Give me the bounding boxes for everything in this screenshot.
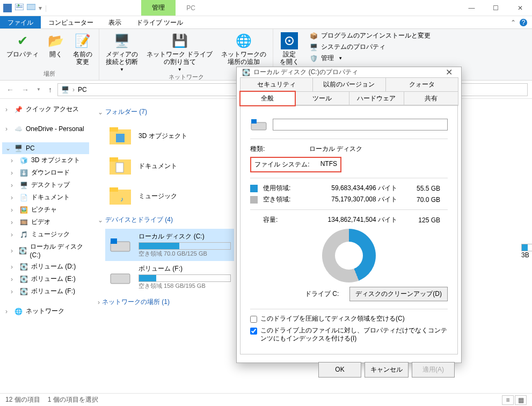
cancel-button[interactable]: キャンセル <box>365 362 409 378</box>
drive-c-tile[interactable]: ローカル ディスク (C:) 空き領域 70.0 GB/125 GB <box>105 229 234 261</box>
index-label: このドライブ上のファイルに対し、プロパティだけでなくコンテンツにもインデックスを… <box>260 327 448 343</box>
title-bar: ▾ | 管理 PC — ☐ ✕ <box>0 0 532 16</box>
sidebar-pc[interactable]: ⌄🖥️PC <box>2 142 89 154</box>
dialog-close-button[interactable]: ✕ <box>442 67 456 77</box>
drive-c-usage-bar <box>139 242 231 250</box>
folder-icon <box>108 124 132 148</box>
ribbon-open[interactable]: 📂開く <box>45 31 67 67</box>
minimize-button[interactable]: — <box>460 0 484 16</box>
svg-point-7 <box>288 40 290 42</box>
sidebar-drive-f[interactable]: ›💽ボリューム (F:) <box>2 285 89 298</box>
tab-hardware[interactable]: ハードウェア <box>349 91 404 106</box>
sidebar-onedrive[interactable]: ›☁️OneDrive - Personal <box>2 123 89 135</box>
sidebar-3d-objects[interactable]: ›🧊3D オブジェクト <box>2 154 89 166</box>
tab-quota[interactable]: クォータ <box>385 77 458 92</box>
free-swatch <box>250 196 258 204</box>
disk-cleanup-button[interactable]: ディスクのクリーンアップ(D) <box>349 287 448 301</box>
sidebar-pictures[interactable]: ›🖼️ピクチャ <box>2 204 89 216</box>
tab-security[interactable]: セキュリティ <box>240 77 313 92</box>
type-value: ローカル ディスク <box>309 144 362 154</box>
tab-drive-tools[interactable]: ドライブ ツール <box>129 16 191 28</box>
qat-drive-icon[interactable] <box>27 4 35 12</box>
breadcrumb-pc[interactable]: PC <box>78 86 87 93</box>
folder-open-icon: 📂 <box>47 32 64 49</box>
sidebar-downloads[interactable]: ›⬇️ダウンロード <box>2 166 89 179</box>
filesystem-value: NTFS <box>320 160 337 169</box>
dialog-titlebar[interactable]: 💽 ローカル ディスク (C:)のプロパティ ✕ <box>237 67 461 77</box>
network-icon: 🌐 <box>14 307 23 316</box>
sidebar-network[interactable]: ›🌐ネットワーク <box>2 305 89 317</box>
window-controls: — ☐ ✕ <box>460 0 532 16</box>
folder-3d-objects[interactable]: 3D オブジェクト <box>105 121 234 151</box>
tab-previous-versions[interactable]: 以前のバージョン <box>312 77 385 92</box>
maximize-button[interactable]: ☐ <box>484 0 508 16</box>
ribbon-tabs: ファイル コンピューター 表示 ドライブ ツール ⌃ ? <box>0 16 532 29</box>
drive-icon <box>108 233 132 257</box>
usage-pie-chart <box>322 229 376 282</box>
apply-button[interactable]: 適用(A) <box>412 362 455 378</box>
sidebar-videos[interactable]: ›🎞️ビデオ <box>2 216 89 228</box>
tab-sharing[interactable]: 共有 <box>404 91 459 106</box>
svg-rect-2 <box>27 4 35 10</box>
tab-tools[interactable]: ツール <box>295 91 350 106</box>
view-tiles-button[interactable]: ▦ <box>515 395 527 405</box>
qat-dropdown[interactable]: ▾ <box>39 4 42 12</box>
svg-rect-0 <box>3 4 12 12</box>
partial-drive-tile: 3B <box>521 243 532 275</box>
checkmark-icon: ✔ <box>14 32 31 49</box>
drive-label-input[interactable] <box>273 119 448 130</box>
sidebar-quick-access[interactable]: ›📌クイック アクセス <box>2 103 89 115</box>
app-icon <box>3 4 12 12</box>
recent-dropdown[interactable]: ▼ <box>34 87 43 92</box>
folder-documents[interactable]: ドキュメント <box>105 151 234 181</box>
svg-rect-19 <box>111 274 130 284</box>
ribbon-system-props[interactable]: 🖥️システムのプロパティ <box>310 42 431 52</box>
sidebar-drive-c[interactable]: ›💽ローカル ディスク (C:) <box>2 241 89 260</box>
type-label: 種類: <box>250 144 304 154</box>
ribbon-rename[interactable]: 📝名前の 変更 <box>71 31 94 67</box>
document-icon: 📄 <box>19 193 28 202</box>
ribbon-media[interactable]: 🖥️メディアの 接続と切断▼ <box>104 31 140 73</box>
up-button[interactable]: ↑ <box>46 85 54 94</box>
drive-f-tile[interactable]: ボリューム (F:) 空き領域 158 GB/195 GB <box>105 261 234 293</box>
chevron-up-icon[interactable]: ⌃ <box>511 19 516 26</box>
server-icon: 🖥️ <box>113 32 130 49</box>
ribbon-manage[interactable]: 🛡️管理▼ <box>310 54 431 63</box>
tab-view[interactable]: 表示 <box>101 16 129 28</box>
sidebar-desktop[interactable]: ›🖥️デスクトップ <box>2 179 89 191</box>
view-details-button[interactable]: ≡ <box>502 395 514 405</box>
help-icon[interactable]: ? <box>519 18 528 27</box>
svg-rect-12 <box>110 157 118 162</box>
sidebar-drive-d[interactable]: ›💽ボリューム (D:) <box>2 260 89 273</box>
ribbon-settings[interactable]: 設定 を開く <box>278 31 301 67</box>
ribbon-uninstall[interactable]: 📦プログラムのアンインストールと変更 <box>310 31 431 40</box>
ribbon-group-location: 場所 <box>43 70 55 78</box>
tab-computer[interactable]: コンピューター <box>41 16 101 28</box>
pc-icon: 🖥️ <box>61 86 69 93</box>
picture-icon: 🖼️ <box>19 206 28 214</box>
tab-general[interactable]: 全般 <box>240 91 295 106</box>
drive-f-usage-bar <box>139 274 231 282</box>
sidebar-documents[interactable]: ›📄ドキュメント <box>2 191 89 204</box>
drive-icon <box>108 265 132 289</box>
drive-icon: 💽 <box>19 263 28 271</box>
ribbon-properties[interactable]: ✔プロパティ <box>4 31 41 67</box>
qat-properties-icon[interactable] <box>15 4 24 12</box>
navigation-pane: ›📌クイック アクセス ›☁️OneDrive - Personal ⌄🖥️PC… <box>0 99 91 393</box>
back-button[interactable]: ← <box>4 85 16 94</box>
close-button[interactable]: ✕ <box>508 0 532 16</box>
filesystem-row-highlight: ファイル システム: NTFS <box>250 157 341 172</box>
context-tab-manage[interactable]: 管理 <box>141 0 176 16</box>
status-item-count: 12 個の項目 <box>5 395 40 404</box>
used-swatch <box>250 185 258 192</box>
folder-music[interactable]: ♪ ミュージック <box>105 181 234 211</box>
tab-file[interactable]: ファイル <box>0 16 41 28</box>
sidebar-music[interactable]: ›🎵ミュージック <box>2 228 89 241</box>
ok-button[interactable]: OK <box>318 362 361 378</box>
capacity-gb: 125 GB <box>403 216 440 224</box>
index-checkbox[interactable] <box>250 328 257 335</box>
ribbon-map-drive[interactable]: 💾ネットワーク ドライブ の割り当て▼ <box>144 31 215 73</box>
compress-checkbox[interactable] <box>250 316 257 323</box>
network-location-icon: 🌐 <box>235 32 252 49</box>
sidebar-drive-e[interactable]: ›💽ボリューム (E:) <box>2 273 89 285</box>
